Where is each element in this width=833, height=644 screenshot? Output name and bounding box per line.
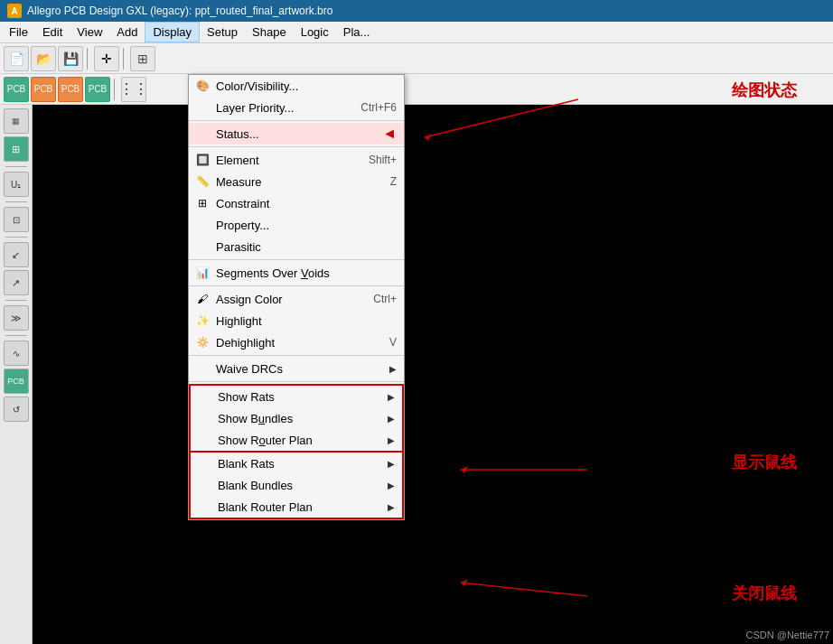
blank-router-plan-arrow: ▶ xyxy=(388,502,395,512)
menu-highlight[interactable]: ✨ Highlight xyxy=(189,310,404,331)
show-section: Show Rats ▶ Show Bundles ▶ Show Router P… xyxy=(189,384,404,453)
menu-bar: File Edit View Add Display Setup Shape L… xyxy=(0,22,833,43)
open-btn[interactable]: 📂 xyxy=(31,46,56,71)
menu-setup[interactable]: Setup xyxy=(200,22,245,42)
sb-btn-7[interactable]: ≫ xyxy=(4,305,29,331)
measure-icon: 📏 xyxy=(192,172,212,191)
menu-place[interactable]: Pla... xyxy=(336,22,378,42)
sb-btn-1[interactable]: ▦ xyxy=(4,108,29,134)
highlight-icon: ✨ xyxy=(192,311,212,331)
menu-dehighlight[interactable]: 🔅 Dehighlight V xyxy=(189,331,404,353)
toolbar-sep-3 xyxy=(114,79,117,100)
assign-color-shortcut: Ctrl+ xyxy=(373,293,397,305)
dehighlight-shortcut: V xyxy=(389,336,397,349)
new-btn[interactable]: 📄 xyxy=(4,46,29,71)
measure-shortcut: Z xyxy=(390,175,397,188)
menu-logic[interactable]: Logic xyxy=(294,22,336,42)
sb-btn-6[interactable]: ↗ xyxy=(4,270,29,295)
dehighlight-label: Dehighlight xyxy=(216,336,275,350)
menu-show-router-plan[interactable]: Show Router Plan ▶ xyxy=(191,429,402,451)
sb-sep-1 xyxy=(5,166,27,167)
sb-btn-9[interactable]: PCB xyxy=(4,369,29,394)
sb-btn-5[interactable]: ↙ xyxy=(4,242,29,267)
blank-rats-label: Blank Rats xyxy=(218,457,275,471)
menu-show-bundles[interactable]: Show Bundles ▶ xyxy=(191,407,402,429)
toolbar-sep-1 xyxy=(87,48,90,70)
menu-constraint[interactable]: ⊞ Constraint xyxy=(189,192,404,214)
segments-underline: V xyxy=(301,266,308,280)
segments-icon: 📊 xyxy=(192,263,212,283)
dehighlight-icon: 🔅 xyxy=(192,332,212,352)
color-visibility-label: Color/Visibility... xyxy=(216,79,298,93)
sep-5 xyxy=(189,355,404,356)
menu-property[interactable]: Property... xyxy=(189,214,404,236)
sb-btn-10[interactable]: ↺ xyxy=(4,397,29,422)
sb-sep-2 xyxy=(5,201,27,202)
show-bundles-underline: u xyxy=(258,412,265,425)
waive-drcs-label: Waive DRCs xyxy=(216,362,283,376)
show-bundles-label: Show Bundles xyxy=(218,412,293,425)
menu-blank-router-plan[interactable]: Blank Router Plan ▶ xyxy=(191,496,402,518)
menu-segments[interactable]: 📊 Segments Over Voids xyxy=(189,262,404,284)
show-router-underline: o xyxy=(259,434,266,447)
sep-2 xyxy=(189,146,404,147)
watermark: CSDN @Nettie777 xyxy=(746,630,829,640)
menu-waive-drcs[interactable]: Waive DRCs ▶ xyxy=(189,358,404,379)
pcb-btn4[interactable]: PCB xyxy=(85,77,110,102)
menu-blank-rats[interactable]: Blank Rats ▶ xyxy=(191,453,402,474)
dots-btn[interactable]: ⋮⋮ xyxy=(121,77,146,102)
pcb-btn2[interactable]: PCB xyxy=(31,77,56,102)
sb-btn-4[interactable]: ⊡ xyxy=(4,207,29,232)
toolbar-row-2: PCB PCB PCB PCB ⋮⋮ xyxy=(0,74,833,105)
menu-parasitic[interactable]: Parasitic xyxy=(189,236,404,257)
constraint-label: Constraint xyxy=(216,197,269,210)
menu-view[interactable]: View xyxy=(70,22,109,42)
menu-display[interactable]: Display xyxy=(145,22,200,42)
highlight-label: Highlight xyxy=(216,314,262,328)
menu-element[interactable]: 🔲 Element Shift+ xyxy=(189,149,404,171)
menu-assign-color[interactable]: 🖌 Assign Color Ctrl+ xyxy=(189,288,404,310)
pcb-btn3[interactable]: PCB xyxy=(58,77,83,102)
menu-layer-priority[interactable]: Layer Priority... Ctrl+F6 xyxy=(189,97,404,118)
blank-bundles-label: Blank Bundles xyxy=(218,479,293,492)
waive-drcs-arrow: ▶ xyxy=(389,364,397,374)
canvas-area xyxy=(33,105,833,644)
blank-router-plan-label: Blank Router Plan xyxy=(218,500,313,514)
menu-show-rats[interactable]: Show Rats ▶ xyxy=(191,386,402,407)
pcb-btn1[interactable]: PCB xyxy=(4,77,29,102)
measure-label: Measure xyxy=(216,175,262,189)
sb-btn-8[interactable]: ∿ xyxy=(4,341,29,366)
menu-measure[interactable]: 📏 Measure Z xyxy=(189,171,404,192)
show-router-plan-label: Show Router Plan xyxy=(218,434,313,447)
show-router-plan-arrow: ▶ xyxy=(388,435,395,445)
blank-section: Blank Rats ▶ Blank Bundles ▶ Blank Route… xyxy=(189,453,404,519)
menu-edit[interactable]: Edit xyxy=(35,22,70,42)
display-dropdown[interactable]: 🎨 Color/Visibility... Layer Priority... … xyxy=(188,74,405,520)
menu-shape[interactable]: Shape xyxy=(245,22,294,42)
sb-sep-3 xyxy=(5,237,27,238)
show-rats-label: Show Rats xyxy=(218,390,275,404)
status-arrow: ◄ xyxy=(382,126,397,142)
parasitic-label: Parasitic xyxy=(216,240,261,254)
layer-priority-label: Layer Priority... xyxy=(216,101,294,115)
toolbar-sep-2 xyxy=(123,48,126,70)
move-btn[interactable]: ✛ xyxy=(94,46,119,71)
sb-sep-4 xyxy=(5,300,27,301)
assign-color-label: Assign Color xyxy=(216,293,283,306)
menu-color-visibility[interactable]: 🎨 Color/Visibility... xyxy=(189,75,404,97)
left-sidebar: ▦ ⊞ U₁ ⊡ ↙ ↗ ≫ ∿ PCB ↺ xyxy=(0,105,33,644)
sb-btn-3[interactable]: U₁ xyxy=(4,172,29,197)
menu-blank-bundles[interactable]: Blank Bundles ▶ xyxy=(191,474,402,496)
menu-status[interactable]: Status... ◄ xyxy=(189,123,404,145)
assign-color-icon: 🖌 xyxy=(192,289,212,309)
menu-add[interactable]: Add xyxy=(109,22,145,42)
show-bundles-arrow: ▶ xyxy=(388,414,395,424)
menu-file[interactable]: File xyxy=(2,22,35,42)
sb-btn-2[interactable]: ⊞ xyxy=(4,136,29,162)
title-bar: A Allegro PCB Design GXL (legacy): ppt_r… xyxy=(0,0,833,22)
save-btn[interactable]: 💾 xyxy=(58,46,83,71)
property-label: Property... xyxy=(216,219,269,232)
show-rats-arrow: ▶ xyxy=(388,392,395,402)
grid-btn[interactable]: ⊞ xyxy=(130,46,155,71)
main-area: ▦ ⊞ U₁ ⊡ ↙ ↗ ≫ ∿ PCB ↺ xyxy=(0,105,833,644)
